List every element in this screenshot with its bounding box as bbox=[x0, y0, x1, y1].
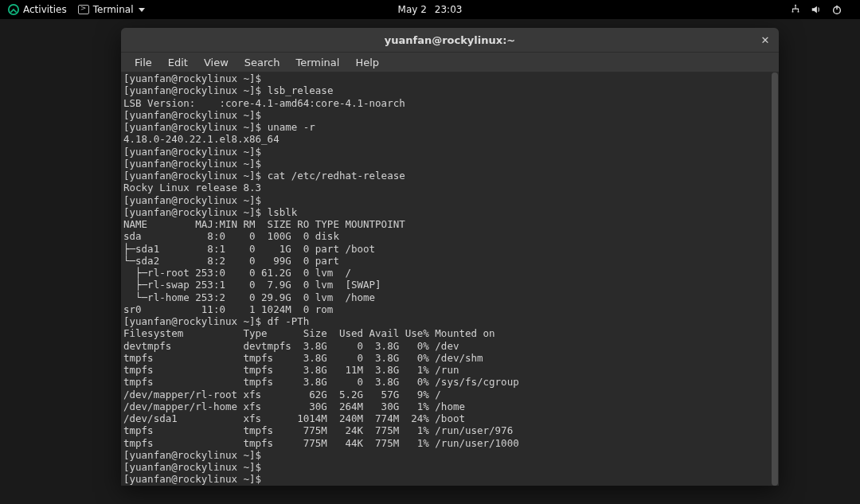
menu-file[interactable]: File bbox=[127, 54, 159, 71]
prompt: [yuanfan@rockylinux ~]$ bbox=[123, 109, 261, 121]
df-row: tmpfs tmpfs 3.8G 0 3.8G 0% /dev/shm bbox=[123, 352, 483, 364]
prompt: [yuanfan@rockylinux ~]$ bbox=[123, 158, 261, 170]
activities-label: Activities bbox=[23, 4, 67, 15]
window-title: yuanfan@rockylinux:~ bbox=[385, 34, 516, 46]
terminal-scrollbar[interactable] bbox=[771, 72, 779, 486]
window-titlebar[interactable]: yuanfan@rockylinux:~ ✕ bbox=[121, 28, 779, 53]
activities-button[interactable]: Activities bbox=[8, 4, 67, 15]
output-lsb-release: LSB Version: :core-4.1-amd64:core-4.1-no… bbox=[123, 97, 405, 109]
close-icon: ✕ bbox=[761, 34, 770, 46]
cmd-cat: cat /etc/redhat-release bbox=[268, 170, 405, 182]
df-row: tmpfs tmpfs 775M 44K 775M 1% /run/user/1… bbox=[123, 437, 519, 449]
prompt: [yuanfan@rockylinux ~]$ bbox=[123, 461, 261, 473]
time-label: 23:03 bbox=[435, 4, 463, 15]
df-row: /dev/sda1 xfs 1014M 240M 774M 24% /boot bbox=[123, 412, 465, 424]
terminal-window: yuanfan@rockylinux:~ ✕ File Edit View Se… bbox=[121, 28, 779, 486]
prompt: [yuanfan@rockylinux ~]$ bbox=[123, 146, 261, 158]
df-row: /dev/mapper/rl-root xfs 62G 5.2G 57G 9% … bbox=[123, 389, 441, 400]
df-row: /dev/mapper/rl-home xfs 30G 264M 30G 1% … bbox=[123, 400, 465, 412]
prompt: [yuanfan@rockylinux ~]$ bbox=[123, 84, 261, 96]
menu-edit[interactable]: Edit bbox=[161, 54, 195, 71]
prompt: [yuanfan@rockylinux ~]$ bbox=[123, 121, 261, 133]
lsblk-row: └─sda2 8:2 0 99G 0 part bbox=[123, 255, 345, 267]
power-icon bbox=[831, 4, 842, 15]
clock-button[interactable]: May 2 23:03 bbox=[398, 4, 463, 15]
prompt: [yuanfan@rockylinux ~]$ bbox=[123, 315, 261, 327]
df-row: tmpfs tmpfs 3.8G 11M 3.8G 1% /run bbox=[123, 364, 459, 376]
cmd-lsb-release: lsb_release bbox=[268, 84, 334, 96]
gnome-topbar: Activities Terminal May 2 23:03 bbox=[0, 0, 860, 19]
prompt: [yuanfan@rockylinux ~]$ bbox=[123, 72, 261, 84]
lsblk-row: ├─rl-root 253:0 0 61.2G 0 lvm / bbox=[123, 267, 351, 279]
lsblk-row: ├─sda1 8:1 0 1G 0 part /boot bbox=[123, 243, 375, 255]
app-menu-button[interactable]: Terminal bbox=[78, 4, 146, 15]
lsblk-row: └─rl-home 253:2 0 29.9G 0 lvm /home bbox=[123, 291, 375, 303]
df-row: tmpfs tmpfs 775M 24K 775M 1% /run/user/9… bbox=[123, 424, 513, 436]
cmd-uname: uname -r bbox=[268, 121, 315, 133]
network-icon bbox=[790, 4, 801, 15]
prompt: [yuanfan@rockylinux ~]$ bbox=[123, 473, 261, 485]
prompt: [yuanfan@rockylinux ~]$ bbox=[123, 194, 261, 206]
lsblk-row: sr0 11:0 1 1024M 0 rom bbox=[123, 303, 345, 315]
menubar: File Edit View Search Terminal Help bbox=[121, 53, 779, 72]
menu-help[interactable]: Help bbox=[348, 54, 386, 71]
menu-terminal[interactable]: Terminal bbox=[288, 54, 346, 71]
output-cat: Rocky Linux release 8.3 bbox=[123, 182, 261, 193]
volume-icon bbox=[811, 4, 822, 15]
chevron-down-icon bbox=[139, 8, 145, 12]
output-uname: 4.18.0-240.22.1.el8.x86_64 bbox=[123, 133, 280, 145]
svg-rect-1 bbox=[795, 5, 796, 6]
terminal-icon bbox=[78, 5, 89, 14]
prompt: [yuanfan@rockylinux ~]$ bbox=[123, 170, 261, 182]
df-row: devtmpfs devtmpfs 3.8G 0 3.8G 0% /dev bbox=[123, 340, 459, 352]
date-label: May 2 bbox=[398, 4, 427, 15]
system-menu-button[interactable] bbox=[790, 4, 852, 15]
menu-search[interactable]: Search bbox=[237, 54, 287, 71]
svg-rect-2 bbox=[792, 11, 794, 13]
lsblk-header: NAME MAJ:MIN RM SIZE RO TYPE MOUNTPOINT bbox=[123, 218, 405, 230]
cmd-lsblk: lsblk bbox=[268, 206, 298, 218]
prompt: [yuanfan@rockylinux ~]$ bbox=[123, 449, 261, 461]
df-header: Filesystem Type Size Used Avail Use% Mou… bbox=[123, 327, 495, 339]
terminal-output[interactable]: [yuanfan@rockylinux ~]$ [yuanfan@rockyli… bbox=[121, 72, 779, 486]
rocky-logo-icon bbox=[8, 4, 19, 15]
lsblk-row: sda 8:0 0 100G 0 disk bbox=[123, 230, 345, 242]
scrollbar-thumb[interactable] bbox=[772, 72, 778, 486]
prompt: [yuanfan@rockylinux ~]$ bbox=[123, 206, 261, 218]
window-close-button[interactable]: ✕ bbox=[756, 31, 774, 49]
lsblk-row: ├─rl-swap 253:1 0 7.9G 0 lvm [SWAP] bbox=[123, 279, 381, 291]
app-menu-label: Terminal bbox=[93, 4, 134, 15]
menu-view[interactable]: View bbox=[197, 54, 236, 71]
svg-rect-3 bbox=[798, 11, 799, 13]
df-row: tmpfs tmpfs 3.8G 0 3.8G 0% /sys/fs/cgrou… bbox=[123, 376, 519, 388]
cmd-df: df -PTh bbox=[268, 315, 310, 327]
